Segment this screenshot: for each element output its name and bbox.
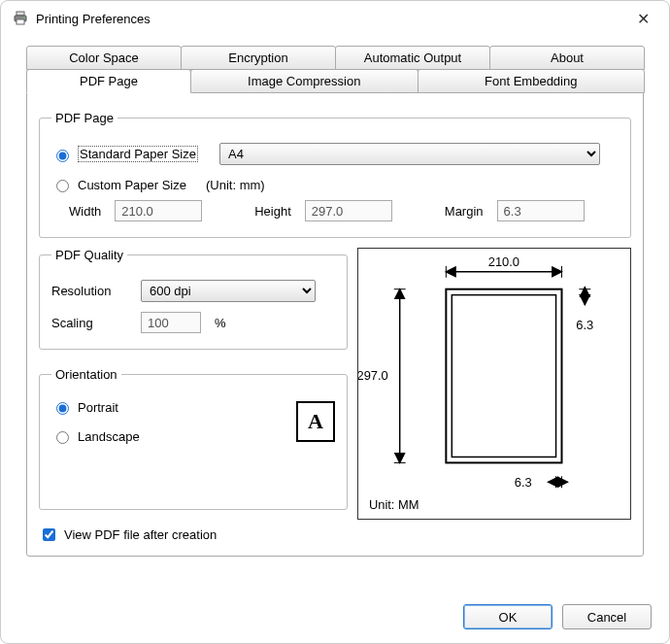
radio-custom-paper-label: Custom Paper Size	[78, 178, 186, 192]
dialog-window: Printing Preferences ✕ Color Space Encry…	[0, 0, 670, 644]
tab-pdf-page[interactable]: PDF Page	[26, 69, 191, 93]
tab-row-top: Color Space Encryption Automatic Output …	[26, 46, 644, 70]
checkbox-view-after[interactable]	[43, 528, 55, 541]
width-input[interactable]	[115, 200, 202, 221]
svg-rect-5	[452, 295, 555, 458]
radio-landscape-label: Landscape	[78, 429, 140, 444]
unit-hint: (Unit: mm)	[206, 178, 265, 192]
group-orientation-legend: Orientation	[51, 367, 121, 382]
tab-color-space[interactable]: Color Space	[26, 46, 182, 70]
tab-encryption[interactable]: Encryption	[181, 46, 336, 70]
margin-label: Margin	[445, 204, 484, 219]
tab-image-compression[interactable]: Image Compression	[190, 69, 419, 93]
dialog-buttons: OK Cancel	[463, 604, 652, 629]
width-label: Width	[69, 204, 101, 219]
radio-standard-paper[interactable]	[56, 150, 69, 162]
radio-portrait[interactable]	[56, 402, 69, 415]
preview-height: 297.0	[358, 368, 388, 383]
group-orientation: Orientation Portrait Landscape	[39, 367, 348, 510]
preview-margin-h: 6.3	[515, 475, 532, 490]
resolution-select[interactable]: 600 dpi	[141, 280, 316, 302]
radio-portrait-label: Portrait	[78, 400, 118, 415]
orientation-preview-icon: A	[296, 401, 335, 442]
page-preview: 210.0 297.0 6.3	[357, 248, 631, 520]
svg-rect-4	[446, 289, 561, 463]
cancel-button[interactable]: Cancel	[562, 604, 652, 629]
resolution-label: Resolution	[51, 284, 127, 298]
preview-unit-label: Unit: MM	[369, 497, 419, 512]
svg-rect-2	[17, 19, 24, 24]
margin-input[interactable]	[497, 200, 585, 221]
group-pdf-page: PDF Page Standard Paper Size A4 Custom P…	[39, 111, 631, 238]
group-quality: PDF Quality Resolution 600 dpi Scaling %	[39, 248, 348, 350]
scaling-input[interactable]	[141, 312, 201, 333]
tab-automatic-output[interactable]: Automatic Output	[335, 46, 490, 70]
svg-point-3	[23, 17, 25, 18]
titlebar: Printing Preferences ✕	[1, 1, 669, 36]
tab-row-bottom: PDF Page Image Compression Font Embeddin…	[26, 69, 644, 93]
paper-size-select[interactable]: A4	[219, 143, 600, 165]
preview-width: 210.0	[488, 254, 519, 269]
checkbox-view-after-label: View PDF file after creation	[64, 527, 217, 542]
ok-button[interactable]: OK	[463, 604, 553, 629]
window-title: Printing Preferences	[36, 12, 151, 26]
preview-margin-v: 6.3	[576, 318, 593, 332]
tab-about[interactable]: About	[489, 46, 645, 70]
printer-icon	[13, 11, 28, 26]
svg-rect-0	[17, 12, 24, 16]
scaling-label: Scaling	[51, 316, 127, 330]
radio-custom-paper[interactable]	[56, 180, 69, 192]
tab-font-embedding[interactable]: Font Embedding	[418, 69, 646, 93]
tab-panel: PDF Page Standard Paper Size A4 Custom P…	[26, 92, 644, 557]
group-quality-legend: PDF Quality	[51, 248, 127, 262]
radio-standard-paper-label: Standard Paper Size	[78, 146, 198, 162]
radio-landscape[interactable]	[56, 431, 69, 444]
group-pdf-page-legend: PDF Page	[51, 111, 117, 125]
scaling-unit: %	[215, 316, 226, 330]
height-label: Height	[254, 204, 291, 219]
height-input[interactable]	[305, 200, 392, 221]
close-button[interactable]: ✕	[629, 6, 657, 32]
